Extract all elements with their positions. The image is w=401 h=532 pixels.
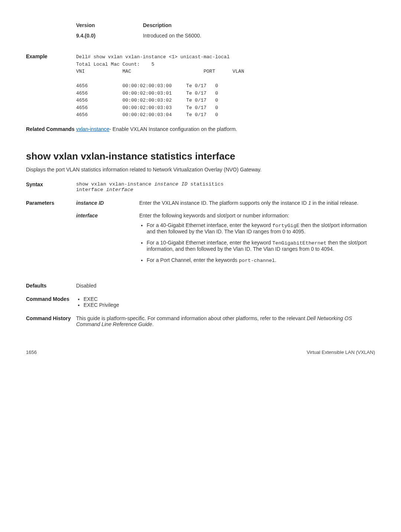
example-label: Example <box>26 53 76 119</box>
param-desc-instance-id: Enter the VXLAN instance ID. The platfor… <box>139 200 358 206</box>
defaults-label: Defaults <box>26 283 76 289</box>
b2a: For a 10-Gigabit Ethernet interface, ent… <box>147 240 273 246</box>
cmd-hist-b: . <box>152 321 154 327</box>
related-text: - Enable VXLAN Instance configuration on… <box>110 126 237 132</box>
param2-bullet1: For a 40-Gigabit Ethernet interface, ent… <box>147 222 375 234</box>
syntax-text2: statisitics <box>188 181 224 187</box>
footer-chapter: Virtual Extensible LAN (VXLAN) <box>307 349 375 355</box>
related-commands-row: Related Commands vxlan-instance- Enable … <box>26 126 375 132</box>
page-footer: 1656 Virtual Extensible LAN (VXLAN) <box>26 349 375 355</box>
version-block: Version Description 9.4.(0.0) Introduced… <box>26 22 375 46</box>
param1-desc-a: Enter the VXLAN instance ID. The platfor… <box>139 200 308 206</box>
version-row: 9.4.(0.0) Introduced on the S6000. <box>76 33 375 39</box>
defaults-value: Disabled <box>76 283 375 289</box>
defaults-row: Defaults Disabled <box>26 283 375 289</box>
b3a: For a Port Channel, enter the keywords <box>147 257 239 263</box>
b3code: port-channel <box>239 258 275 263</box>
syntax-label: Syntax <box>26 181 76 193</box>
parameters-row: Parameters instance ID Enter the VXLAN i… <box>26 200 375 275</box>
command-modes-label: Command Modes <box>26 296 76 308</box>
b1a: For a 40-Gigabit Ethernet interface, ent… <box>147 222 273 228</box>
cmd-hist-a: This guide is platform-specific. For com… <box>76 315 307 321</box>
param1-desc-italic: 1 <box>308 200 311 206</box>
header-description: Description <box>143 22 172 28</box>
section-intro: Displays the port VLAN statistics inform… <box>26 167 375 173</box>
command-history-label: Command History <box>26 315 76 327</box>
param1-desc-b: in the initial release. <box>311 200 359 206</box>
example-row: Example Dell# show vxlan vxlan-instance … <box>26 53 375 119</box>
syntax-italic2: interface <box>106 187 133 193</box>
section-title: show vxlan vxlan-instance statistics int… <box>26 151 375 162</box>
param-name-instance-id: instance ID <box>76 200 139 206</box>
param-row-interface: interface Enter the following keywords a… <box>76 213 375 269</box>
command-modes-list: EXEC EXEC Privilege <box>76 296 375 308</box>
param-desc-interface: Enter the following keywords and slot/po… <box>139 213 375 269</box>
version-header: Version Description <box>76 22 375 28</box>
version-value: 9.4.(0.0) <box>76 33 143 39</box>
param2-bullet2: For a 10-Gigabit Ethernet interface, ent… <box>147 240 375 252</box>
command-history-text: This guide is platform-specific. For com… <box>76 315 375 327</box>
cmd-mode-exec: EXEC <box>84 296 375 302</box>
syntax-line: show vxlan vxlan-instance instance ID st… <box>76 181 375 193</box>
parameters-label: Parameters <box>26 200 76 275</box>
param-row-instance-id: instance ID Enter the VXLAN instance ID.… <box>76 200 375 206</box>
b3b: . <box>275 257 276 263</box>
example-code: Dell# show vxlan vxlan-instance <1> unic… <box>76 53 375 119</box>
related-label: Related Commands <box>26 126 76 132</box>
param2-intro: Enter the following keywords and slot/po… <box>139 213 375 219</box>
syntax-text: show vxlan vxlan-instance <box>76 181 154 187</box>
command-modes-row: Command Modes EXEC EXEC Privilege <box>26 296 375 308</box>
param2-list: For a 40-Gigabit Ethernet interface, ent… <box>139 222 375 263</box>
b1code: fortyGigE <box>273 223 300 229</box>
related-link[interactable]: vxlan-instance <box>76 126 110 132</box>
syntax-row: Syntax show vxlan vxlan-instance instanc… <box>26 181 375 193</box>
syntax-italic: instance ID <box>154 181 188 187</box>
command-history-row: Command History This guide is platform-s… <box>26 315 375 327</box>
syntax-text3: interface <box>76 187 106 193</box>
param2-bullet3: For a Port Channel, enter the keywords p… <box>147 257 375 263</box>
cmd-mode-exec-priv: EXEC Privilege <box>84 302 375 308</box>
header-version: Version <box>76 22 143 28</box>
b2code: TenGigabitEthernet <box>273 240 327 246</box>
version-desc: Introduced on the S6000. <box>143 33 201 39</box>
footer-page-num: 1656 <box>26 349 37 355</box>
param-name-interface: interface <box>76 213 139 269</box>
